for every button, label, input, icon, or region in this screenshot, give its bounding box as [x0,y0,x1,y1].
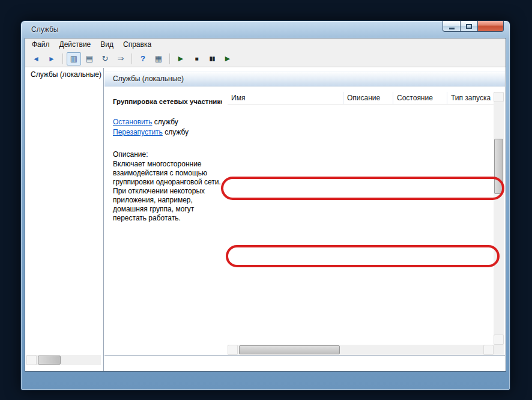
pane-header: Службы (локальные) [104,71,505,86]
scroll-up-icon[interactable] [494,92,504,102]
show-console-tree-icon[interactable]: ▥ [67,52,81,65]
pause-service-icon[interactable]: ▮▮ [205,52,219,65]
restart-service-link[interactable]: Перезапустить [113,128,163,136]
description-text: Включает многосторонние взаимодействия с… [113,160,222,223]
column-header-status[interactable]: Состояние [393,92,447,104]
scroll-right-icon[interactable] [26,355,37,365]
maximize-button[interactable] [461,21,477,32]
scroll-down-icon[interactable] [494,335,504,345]
selected-service-title: Группировка сетевых участников [113,98,222,105]
scroll-right-icon[interactable] [483,345,494,355]
titlebar[interactable]: Службы [21,21,510,38]
console-tree-pane: Службы (локальные) [25,68,104,371]
properties-icon[interactable]: ▤ [82,52,97,65]
restart-service-icon[interactable]: ▶ [220,52,235,65]
tree-item-services-local[interactable]: Службы (локальные) [25,68,103,80]
table-vertical-scrollbar[interactable] [494,92,504,345]
services-window: Службы ФайлДействиеВидСправка ◄►▥▤↻⇒?▦▶■… [20,20,510,390]
start-service-icon[interactable]: ▶ [174,52,188,65]
restart-service-line: Перезапустить службу [113,128,222,136]
toolbar-separator [129,52,135,65]
menu-item[interactable]: Действие [55,39,96,50]
close-button[interactable] [477,21,504,32]
refresh-icon[interactable]: ↻ [98,52,112,65]
main-area: Службы (локальные) Службы (локальные) Гр… [25,68,506,371]
scroll-left-icon[interactable] [228,345,238,355]
scrollbar-corner [494,345,504,355]
service-detail-panel: Группировка сетевых участников Остановит… [104,87,228,347]
services-table: Имя Описание Состояние Тип запуска [228,92,504,355]
services-pane: Службы (локальные) Группировка сетевых у… [104,68,506,371]
stop-service-line: Остановить службу [113,118,222,126]
column-header-startup-type[interactable]: Тип запуска [447,92,494,104]
menu-bar: ФайлДействиеВидСправка [25,38,506,50]
toolbar-separator [60,52,65,65]
table-horizontal-scrollbar[interactable] [228,345,494,355]
vertical-scroll-thumb[interactable] [494,139,503,194]
extended-view-icon[interactable]: ▦ [151,52,166,65]
pane-header-title: Службы (локальные) [113,74,184,83]
window-controls [443,21,504,32]
toolbar-separator [167,52,172,65]
menu-item[interactable]: Файл [27,39,55,50]
column-header-description[interactable]: Описание [343,92,393,104]
minimize-icon [449,28,455,29]
horizontal-scroll-thumb[interactable] [239,345,340,354]
table-header: Имя Описание Состояние Тип запуска [228,92,494,105]
column-header-name[interactable]: Имя [228,92,343,104]
export-list-icon[interactable]: ⇒ [113,52,128,65]
help-icon[interactable]: ? [136,52,150,65]
menu-item[interactable]: Вид [95,39,118,50]
tree-horizontal-scrollbar[interactable] [26,355,101,365]
forward-icon[interactable]: ► [44,52,59,65]
window-title: Службы [31,25,58,34]
maximize-icon [466,24,472,29]
stop-service-link[interactable]: Остановить [113,118,153,126]
window-content: ФайлДействиеВидСправка ◄►▥▤↻⇒?▦▶■▮▮▶ Слу… [25,38,506,372]
services-table-body [228,105,494,345]
minimize-button[interactable] [443,21,461,32]
toolbar: ◄►▥▤↻⇒?▦▶■▮▮▶ [25,50,506,67]
restart-service-suffix: службу [163,128,189,136]
stop-service-suffix: службу [153,118,178,126]
back-icon[interactable]: ◄ [29,52,43,65]
stop-service-icon[interactable]: ■ [189,52,204,65]
description-label: Описание: [113,150,222,159]
tree-scroll-thumb[interactable] [38,356,61,365]
view-tabs [104,355,505,368]
menu-item[interactable]: Справка [118,39,156,50]
